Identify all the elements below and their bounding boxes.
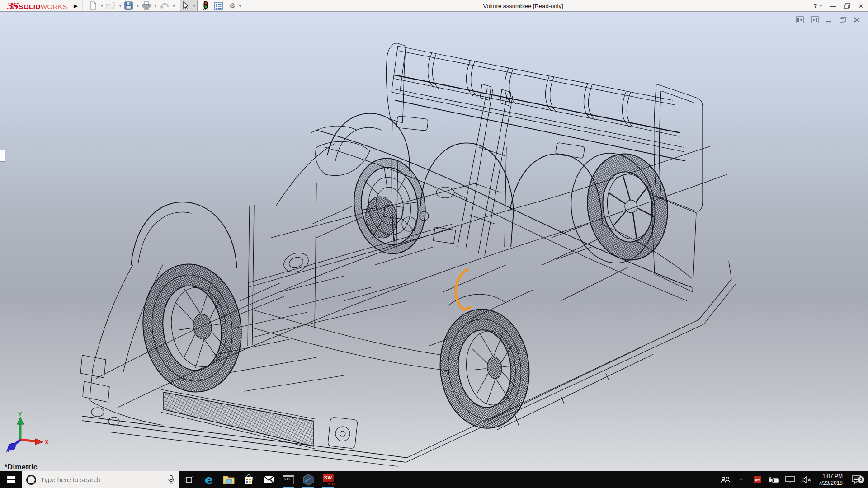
taskbar-app-hexagon[interactable] <box>298 471 318 488</box>
doc-minimize-icon[interactable] <box>826 17 832 23</box>
titlebar: ЗS SOLID WORKS ▶ ▾ ▾ <box>0 0 868 12</box>
selected-edge-highlight[interactable] <box>456 269 470 310</box>
edge-icon: e <box>205 474 213 486</box>
view-orientation-label: *Dimetric <box>5 463 38 471</box>
taskbar-app-explorer[interactable] <box>219 471 239 488</box>
save-caret[interactable]: ▾ <box>137 4 139 8</box>
print-button[interactable] <box>142 1 151 10</box>
taskbar: e C:\_ SW <box>0 471 868 488</box>
axis-y-label: Y <box>18 411 22 418</box>
rear-left-wheel <box>434 305 535 432</box>
command-prompt-icon: C:\_ <box>283 475 294 484</box>
help-caret[interactable]: ▾ <box>820 4 822 8</box>
help-button[interactable]: ? <box>813 2 817 9</box>
taskbar-app-solidworks[interactable]: SW 2017 <box>318 471 338 488</box>
ds-logo-mark: ЗS <box>6 1 17 11</box>
orientation-triad: Y X <box>5 411 49 452</box>
chevron-up-icon: ⌃ <box>739 477 744 484</box>
restore-button[interactable] <box>844 3 850 9</box>
select-divider <box>191 2 191 9</box>
sw-tray-icon: SW <box>754 476 761 483</box>
doc-restore-icon[interactable] <box>840 17 846 23</box>
window-controls: ? ▾ — ✕ <box>813 0 863 12</box>
clock-time: 1:07 PM <box>819 473 843 480</box>
undo-caret[interactable]: ▾ <box>173 4 175 8</box>
select-cursor-icon <box>181 1 189 10</box>
mail-icon <box>263 475 274 484</box>
stoplight-icon <box>203 1 208 10</box>
front-right-wheel <box>348 154 431 258</box>
brand-works: WORKS <box>41 3 67 10</box>
action-center-button[interactable]: 3 <box>848 475 865 484</box>
print-caret[interactable]: ▾ <box>155 4 157 8</box>
power-button[interactable] <box>767 477 781 483</box>
taskbar-app-edge[interactable]: e <box>199 471 219 488</box>
start-button[interactable] <box>0 471 22 488</box>
search-input[interactable] <box>41 476 163 483</box>
cortana-icon[interactable] <box>26 475 36 485</box>
close-button[interactable]: ✕ <box>859 3 863 9</box>
graphics-viewport[interactable]: Y X *Dimetric <box>0 12 868 471</box>
save-button[interactable] <box>124 1 133 10</box>
taskbar-clock[interactable]: 1:07 PM 7/23/2018 <box>816 473 845 487</box>
feature-pane-splitter-tab[interactable] <box>0 150 5 162</box>
wireframe-model[interactable] <box>0 12 868 471</box>
undo-icon <box>160 2 169 10</box>
options-caret[interactable]: ▾ <box>239 4 241 8</box>
task-view-button[interactable] <box>179 471 199 488</box>
options-button[interactable]: ⚙ <box>229 1 235 10</box>
quick-access-toolbar: ▾ ▾ ▾ <box>89 0 243 11</box>
sw-cube: SW <box>323 474 334 482</box>
brand-solid: SOLID <box>19 3 40 10</box>
axis-x-label: X <box>45 439 49 446</box>
radiator-mesh <box>164 392 314 446</box>
collapse-pane-left-icon[interactable] <box>796 16 804 23</box>
new-document-button[interactable] <box>89 1 97 10</box>
taskbar-search[interactable] <box>22 471 179 488</box>
solidworks-monitor-tray[interactable]: SW <box>751 476 764 483</box>
doc-close-icon[interactable] <box>854 17 860 23</box>
open-folder-icon <box>106 2 116 10</box>
collapse-pane-right-icon[interactable] <box>811 16 819 23</box>
network-button[interactable] <box>783 476 797 483</box>
taskbar-app-cmd[interactable]: C:\_ <box>278 471 298 488</box>
rear-right-wheel <box>564 146 675 268</box>
print-icon <box>142 1 151 10</box>
select-caret[interactable]: ▾ <box>193 4 196 8</box>
people-button[interactable] <box>718 476 732 483</box>
new-document-icon <box>89 1 97 10</box>
document-window-controls <box>796 16 860 23</box>
solidworks-2017-icon: SW 2017 <box>322 474 334 486</box>
new-caret[interactable]: ▾ <box>101 4 103 8</box>
store-icon <box>244 474 254 485</box>
microphone-icon[interactable] <box>168 475 175 484</box>
tray-overflow-button[interactable]: ⌃ <box>735 476 748 483</box>
open-button[interactable] <box>106 2 116 10</box>
solidworks-logo: ЗS SOLID WORKS <box>0 1 67 11</box>
minimize-button[interactable]: — <box>830 3 836 9</box>
taskbar-app-mail[interactable] <box>259 471 278 488</box>
file-explorer-icon <box>223 475 235 484</box>
system-tray: ⌃ SW 1 <box>718 471 868 488</box>
save-floppy-icon <box>124 1 133 10</box>
select-tool-button[interactable]: ▾ <box>180 0 198 11</box>
car-wireframe <box>80 43 736 466</box>
volume-button[interactable] <box>800 476 813 483</box>
taskbar-app-store[interactable] <box>239 471 259 488</box>
windows-logo-icon <box>7 476 15 483</box>
properties-list-icon <box>214 2 223 10</box>
menu-flyout-arrow-icon[interactable]: ▶ <box>74 3 78 9</box>
toolbar-separator <box>82 1 83 10</box>
people-icon <box>720 476 730 483</box>
network-monitor-icon <box>785 476 795 483</box>
gear-icon: ⚙ <box>229 1 235 10</box>
document-title: Voiture assomblee [Read-only] <box>483 3 563 9</box>
properties-button[interactable] <box>214 2 223 10</box>
notification-badge: 3 <box>858 476 864 483</box>
sw-year: 2017 <box>328 483 335 486</box>
rebuild-button[interactable] <box>203 1 208 10</box>
speaker-muted-icon <box>802 476 811 483</box>
open-caret[interactable]: ▾ <box>119 4 122 8</box>
battery-plug-icon <box>768 477 779 483</box>
undo-button[interactable] <box>160 2 169 10</box>
